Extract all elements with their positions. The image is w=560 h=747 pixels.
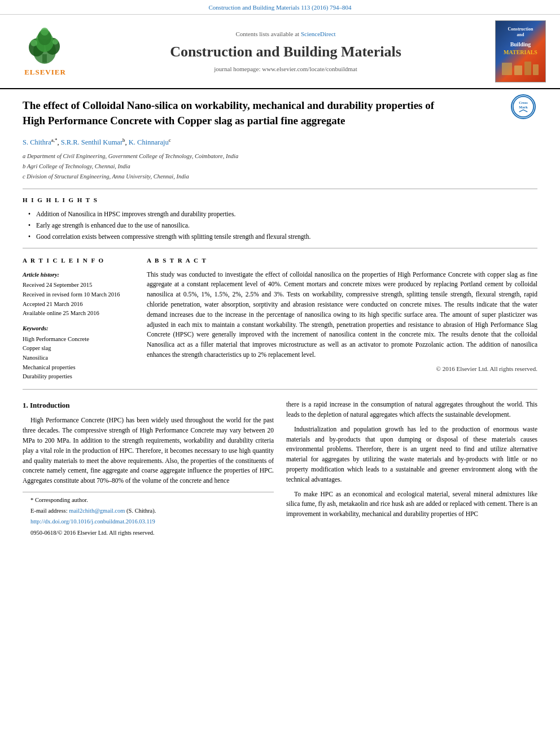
svg-point-6 <box>30 40 37 46</box>
elsevier-logo: ELSEVIER <box>11 26 79 77</box>
affiliations: a Department of Civil Engineering, Gover… <box>23 152 537 181</box>
affil-b: b Agri College of Technology, Chennai, I… <box>23 162 537 171</box>
highlight-item-2: Early age strength is enhanced due to th… <box>28 221 537 230</box>
cover-materials-text: MATERIALS <box>504 49 537 56</box>
svg-rect-12 <box>533 64 539 75</box>
corresponding-note: * Corresponding author. <box>23 496 274 505</box>
keywords-label: Keywords: <box>23 325 135 333</box>
svg-rect-11 <box>524 62 531 75</box>
affil-a: a Department of Civil Engineering, Gover… <box>23 152 537 161</box>
introduction-columns: 1. Introduction High Performance Concret… <box>23 400 537 539</box>
article-history: Article history: Received 24 September 2… <box>23 271 135 318</box>
svg-text:Mark: Mark <box>519 105 528 109</box>
title-area: Cross Mark The effect of Colloidal Nano-… <box>23 98 537 128</box>
article-title: The effect of Colloidal Nano-silica on w… <box>23 98 435 128</box>
article-info-panel: A R T I C L E I N F O Article history: R… <box>23 256 135 382</box>
intro-col2-para1: there is a rapid increase in the consump… <box>286 400 537 420</box>
crossmark-svg: Cross Mark <box>511 95 536 118</box>
keyword-1: High Performance Concrete <box>23 335 135 344</box>
abstract-heading: A B S T R A C T <box>147 256 537 265</box>
journal-title-center: Contents lists available at ScienceDirec… <box>79 30 492 73</box>
authors-line: S. Chithraa,*, S.R.R. Senthil Kumarb, K.… <box>23 137 537 148</box>
highlight-item-1: Addition of Nanosilica in HPSC improves … <box>28 209 537 219</box>
author3-link[interactable]: K. Chinnaraju <box>129 138 169 146</box>
elsevier-tree-icon <box>20 26 71 65</box>
citation-text: Construction and Building Materials 113 … <box>208 4 351 11</box>
abstract-copyright: © 2016 Elsevier Ltd. All rights reserved… <box>147 365 537 373</box>
body-col-left: 1. Introduction High Performance Concret… <box>23 400 274 539</box>
article-info-heading: A R T I C L E I N F O <box>23 256 135 265</box>
article-main: Cross Mark The effect of Colloidal Nano-… <box>0 89 560 551</box>
highlight-item-3: Good correlation exists between compress… <box>28 232 537 241</box>
email-line: E-mail address: mail2chith@gmail.com (S.… <box>23 506 274 516</box>
svg-text:Cross: Cross <box>519 101 528 104</box>
science-direct-link[interactable]: ScienceDirect <box>301 30 336 37</box>
history-label: Article history: <box>23 271 135 279</box>
cover-decoration <box>501 60 540 77</box>
intro-para1: High Performance Concrete (HPC) has been… <box>23 416 274 486</box>
svg-rect-10 <box>514 65 522 75</box>
cover-image: Construction and Building MATERIALS <box>495 20 546 82</box>
abstract-text: This study was conducted to investigate … <box>147 270 537 360</box>
keyword-5: Durability properties <box>23 373 135 381</box>
author2-link[interactable]: S.R.R. Senthil Kumar <box>61 138 123 146</box>
accepted-date: Accepted 21 March 2016 <box>23 300 135 309</box>
revised-date: Received in revised form 10 March 2016 <box>23 291 135 299</box>
svg-point-7 <box>53 39 58 45</box>
crossmark[interactable]: Cross Mark <box>509 93 537 121</box>
email-link[interactable]: mail2chith@gmail.com <box>69 508 125 514</box>
email-name: (S. Chithra). <box>126 508 156 514</box>
cover-top-text: Construction and <box>508 27 533 38</box>
highlights-section: H I G H L I G H T S Addition of Nanosili… <box>23 196 537 241</box>
crossmark-icon: Cross Mark <box>511 94 536 119</box>
journal-name: Construction and Building Materials <box>79 42 492 62</box>
cover-building-text: Building <box>510 41 531 49</box>
divider-after-highlights <box>23 248 537 248</box>
journal-homepage: journal homepage: www.elsevier.com/locat… <box>79 65 492 73</box>
highlights-list: Addition of Nanosilica in HPSC improves … <box>23 209 537 241</box>
keyword-3: Nanosilica <box>23 354 135 362</box>
doi-link[interactable]: http://dx.doi.org/10.1016/j.conbuildmat.… <box>30 518 155 525</box>
intro-col2-para2: Industrialization and population growth … <box>286 425 537 485</box>
email-label: E-mail address: <box>30 508 68 514</box>
science-direct-info: Contents lists available at ScienceDirec… <box>79 30 492 38</box>
keyword-4: Mechanical properties <box>23 364 135 372</box>
elsevier-brand-text: ELSEVIER <box>24 67 66 77</box>
available-date: Available online 25 March 2016 <box>23 309 135 318</box>
journal-citation: Construction and Building Materials 113 … <box>0 0 560 15</box>
highlights-heading: H I G H L I G H T S <box>23 196 537 204</box>
affil-c: c Division of Structural Engineering, An… <box>23 172 537 181</box>
footnote-section: * Corresponding author. E-mail address: … <box>23 492 274 538</box>
author1-link[interactable]: S. Chithra <box>23 138 51 146</box>
doi-line: http://dx.doi.org/10.1016/j.conbuildmat.… <box>23 517 274 526</box>
issn-line: 0950-0618/© 2016 Elsevier Ltd. All right… <box>23 528 274 538</box>
journal-header: ELSEVIER Contents lists available at Sci… <box>0 15 560 89</box>
divider-after-abstract <box>23 389 537 390</box>
abstract-section: A B S T R A C T This study was conducted… <box>147 256 537 382</box>
svg-point-8 <box>41 28 49 36</box>
intro-heading: 1. Introduction <box>23 400 274 411</box>
svg-rect-9 <box>502 63 512 75</box>
divider-after-affiliations <box>23 189 537 189</box>
intro-col2-para3: To make HPC as an economical and ecologi… <box>286 490 537 519</box>
article-info-abstract: A R T I C L E I N F O Article history: R… <box>23 256 537 382</box>
journal-cover: Construction and Building MATERIALS <box>492 20 549 82</box>
keyword-2: Copper slag <box>23 344 135 353</box>
keywords-section: Keywords: High Performance Concrete Copp… <box>23 325 135 381</box>
body-col-right: there is a rapid increase in the consump… <box>286 400 537 539</box>
received-date: Received 24 September 2015 <box>23 281 135 290</box>
